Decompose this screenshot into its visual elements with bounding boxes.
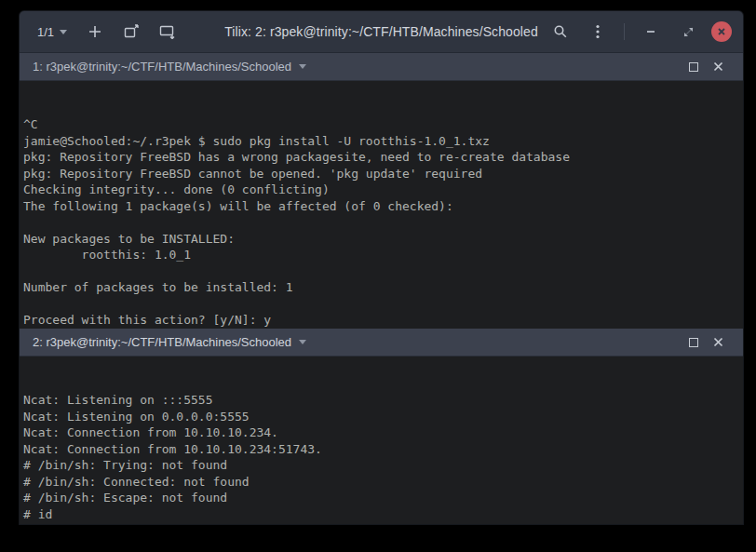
maximize-icon [689, 338, 698, 347]
close-terminal-1-button[interactable] [706, 55, 730, 79]
terminal-line: jamie@Schooled:~/.r3pek $ sudo pkg insta… [23, 133, 743, 150]
session-switcher[interactable]: 1/1 [32, 21, 73, 43]
terminal-line: # /bin/sh: Escape: not found [23, 490, 743, 506]
search-icon [553, 24, 568, 39]
terminal-line: Number of packages to be installed: 1 [23, 279, 743, 296]
terminal-line [23, 263, 743, 280]
split-down-button[interactable] [154, 18, 182, 46]
terminal-line: Ncat: Listening on 0.0.0.0:5555 [23, 409, 743, 425]
terminal-line: Ncat: Listening on :::5555 [23, 392, 743, 409]
close-icon [713, 337, 723, 347]
close-terminal-2-button[interactable] [706, 330, 730, 355]
split-right-button[interactable] [117, 18, 145, 46]
split-down-icon [159, 24, 176, 39]
terminal-2-lines: Ncat: Listening on :::5555Ncat: Listenin… [23, 392, 743, 524]
terminal-line: New packages to be INSTALLED: [23, 231, 743, 248]
terminal-line: Ncat: Connection from 10.10.10.234:51743… [23, 441, 743, 458]
window-titlebar[interactable]: 1/1 [20, 11, 743, 53]
terminal-2-title: 2: r3pek@trinity:~/CTF/HTB/Machines/Scho… [33, 335, 291, 349]
terminal-line [23, 296, 743, 313]
terminal-1-titlebar[interactable]: 1: r3pek@trinity:~/CTF/HTB/Machines/Scho… [20, 53, 743, 81]
terminal-line: # id [23, 506, 743, 523]
terminal-line: # /bin/sh: Connected: not found [23, 474, 743, 491]
terminal-1-output[interactable]: ^Cjamie@Schooled:~/.r3pek $ sudo pkg ins… [20, 81, 743, 329]
close-icon [713, 61, 723, 72]
terminal-line: # /bin/sh: Trying: not found [23, 457, 743, 474]
maximize-terminal-2-button[interactable] [682, 330, 706, 355]
kebab-menu-icon [596, 24, 600, 39]
restore-icon [683, 27, 694, 37]
tilix-window: 1/1 [20, 11, 743, 524]
maximize-icon [689, 62, 698, 72]
minimize-icon [645, 26, 656, 37]
plus-icon [88, 24, 102, 39]
close-icon [717, 27, 726, 36]
terminal-2-output[interactable]: Ncat: Listening on :::5555Ncat: Listenin… [20, 357, 743, 524]
new-session-button[interactable] [81, 18, 109, 46]
terminal-line [23, 214, 743, 231]
session-indicator: 1/1 [37, 25, 54, 39]
terminal-line: pkg: Repository FreeBSD cannot be opened… [23, 166, 743, 182]
terminal-line: Proceed with this action? [y/N]: y [23, 312, 743, 329]
terminal-1-title: 1: r3pek@trinity:~/CTF/HTB/Machines/Scho… [33, 60, 291, 74]
terminal-1-lines: ^Cjamie@Schooled:~/.r3pek $ sudo pkg ins… [23, 116, 743, 329]
chevron-down-icon [60, 30, 67, 34]
terminal-line: Ncat: Connection from 10.10.10.234. [23, 424, 743, 441]
split-right-icon [124, 24, 140, 39]
minimize-button[interactable] [637, 18, 665, 46]
chevron-down-icon[interactable] [299, 64, 306, 69]
titlebar-separator [624, 23, 625, 40]
terminal-line: ^C [23, 116, 743, 133]
menu-button[interactable] [584, 18, 612, 46]
terminal-line: pkg: Repository FreeBSD has a wrong pack… [23, 149, 743, 166]
terminal-line: Checking integrity... done (0 conflictin… [23, 182, 743, 198]
chevron-down-icon[interactable] [299, 340, 306, 344]
terminal-line: The following 1 package(s) will be affec… [23, 198, 743, 215]
search-button[interactable] [547, 18, 574, 46]
terminal-2-titlebar[interactable]: 2: r3pek@trinity:~/CTF/HTB/Machines/Scho… [20, 329, 743, 357]
restore-button[interactable] [674, 18, 702, 46]
maximize-terminal-1-button[interactable] [682, 55, 706, 79]
terminal-line: uid=0(root) gid=0(wheel) groups=0(wheel)… [23, 522, 743, 524]
terminal-line: rootthis: 1.0_1 [23, 247, 743, 263]
close-button[interactable] [711, 21, 732, 42]
